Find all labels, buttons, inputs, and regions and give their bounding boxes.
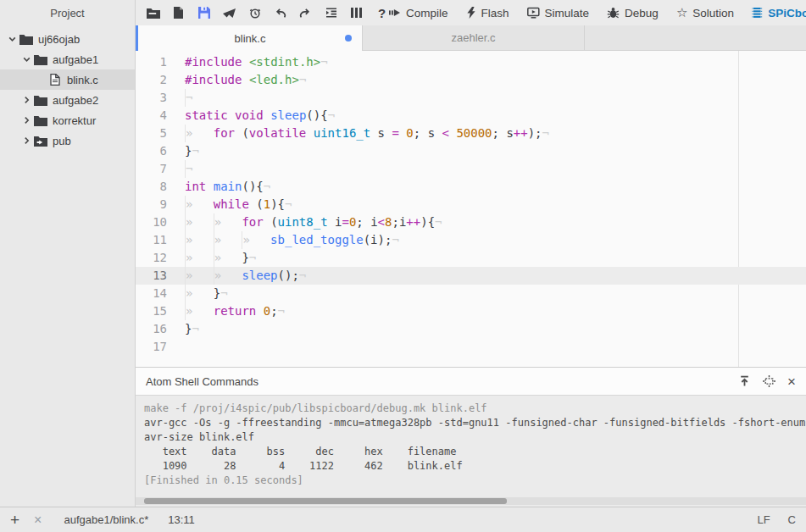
solution-icon: ☆ (676, 6, 687, 19)
tab-zaehler-c[interactable]: zaehler.c (363, 25, 585, 50)
tree-item-korrektur[interactable]: korrektur (0, 110, 135, 130)
undo-icon[interactable] (273, 7, 287, 19)
spicboard-button[interactable]: SPiCboard (752, 7, 806, 19)
line-ending-indicator[interactable]: LF (757, 513, 770, 526)
compile-button[interactable]: Compile (389, 7, 448, 19)
console-line: avr-gcc -Os -g -ffreestanding -mmcu=atme… (144, 416, 806, 430)
code-line[interactable]: 2#include <led.h>¬ (136, 71, 806, 89)
line-number: 8 (136, 178, 178, 196)
tab-blink-c[interactable]: blink.c (136, 25, 363, 51)
float-panel-icon[interactable] (763, 375, 775, 387)
code-line[interactable]: 17 (136, 338, 806, 356)
auto-format-icon[interactable] (324, 7, 338, 19)
code-text: ¬ (178, 89, 192, 107)
line-number: 1 (136, 53, 178, 71)
code-line[interactable]: 11»»»sb_led_toggle(i);¬ (136, 231, 806, 249)
cursor-position[interactable]: 13:11 (168, 513, 195, 526)
code-line[interactable]: 8int main(){¬ (136, 178, 806, 196)
line-number: 4 (136, 107, 178, 125)
close-icon[interactable]: × (34, 513, 42, 527)
code-line[interactable]: 5»for (volatile uint16_t s = 0; s < 5000… (136, 125, 806, 142)
statusbar-right: LF C (757, 513, 796, 526)
tree-item-pub[interactable]: pub (0, 130, 135, 151)
save-icon[interactable] (197, 7, 211, 19)
code-text: ¬ (178, 160, 192, 178)
chevron-down-icon[interactable] (6, 35, 19, 43)
flash-icon (466, 7, 476, 19)
status-bar: + × aufgabe1/blink.c* 13:11 LF C (0, 507, 806, 532)
line-number: 6 (136, 142, 178, 160)
ide-window: Project ? CompileFlashSimulateDebug☆Solu… (0, 0, 806, 532)
tree-item-uj66ojab[interactable]: uj66ojab (0, 29, 135, 49)
code-line[interactable]: 7¬ (136, 160, 806, 178)
tree-item-aufgabe1[interactable]: aufgabe1 (0, 49, 135, 69)
code-line[interactable]: 13»»sleep();¬ (136, 267, 806, 285)
debug-button[interactable]: Debug (607, 7, 659, 19)
console-hscrollbar-thumb[interactable] (144, 498, 507, 504)
code-line[interactable]: 14»}¬ (136, 285, 806, 302)
tree-item-aufgabe2[interactable]: aufgabe2 (0, 90, 135, 110)
code-text: »»»sb_led_toggle(i);¬ (178, 231, 399, 249)
chevron-right-icon[interactable] (20, 116, 33, 125)
simulate-label: Simulate (545, 7, 590, 19)
folder-icon (19, 34, 33, 45)
chevron-right-icon[interactable] (20, 136, 33, 145)
folder-icon (33, 115, 47, 126)
debug-label: Debug (625, 7, 659, 19)
console-line: 1090 28 4 1122 462 blink.elf (144, 459, 806, 474)
code-line[interactable]: 9»while (1){¬ (136, 196, 806, 213)
console-line: make -f /proj/i4spic/pub/libspicboard/de… (144, 402, 806, 416)
grammar-indicator[interactable]: C (788, 513, 796, 526)
line-number: 14 (136, 285, 178, 302)
console-line: [Finished in 0.15 seconds] (144, 474, 806, 488)
code-line[interactable]: 3¬ (136, 89, 806, 107)
code-line[interactable]: 6}¬ (136, 142, 806, 160)
redo-icon[interactable] (298, 7, 313, 19)
line-number: 15 (136, 302, 178, 320)
help-icon[interactable]: ? (375, 7, 389, 19)
submit-icon[interactable] (222, 7, 236, 19)
simulate-button[interactable]: Simulate (527, 7, 590, 19)
deadline-icon[interactable] (247, 7, 262, 19)
project-panel-title: Project (50, 7, 84, 19)
code-text: »»sleep();¬ (178, 267, 306, 285)
split-columns-icon[interactable] (349, 7, 364, 19)
code-text: »}¬ (178, 285, 228, 302)
folder-icon (33, 54, 47, 65)
flash-button[interactable]: Flash (466, 7, 509, 19)
close-panel-icon[interactable]: × (787, 374, 796, 389)
add-icon[interactable]: + (10, 512, 19, 528)
code-line[interactable]: 10»»for (uint8_t i=0; i<8;i++){¬ (136, 213, 806, 231)
open-folder-icon[interactable] (146, 7, 160, 19)
line-number: 12 (136, 249, 178, 267)
new-file-icon[interactable] (171, 7, 186, 19)
code-line[interactable]: 12»»}¬ (136, 249, 806, 267)
compile-label: Compile (406, 7, 448, 19)
chevron-down-icon[interactable] (20, 55, 33, 64)
panel-title: Atom Shell Commands (146, 375, 258, 388)
line-number: 11 (136, 231, 178, 249)
line-number: 17 (136, 338, 178, 356)
project-tree: uj66ojabaufgabe1blink.caufgabe2korrektur… (0, 25, 136, 507)
chevron-right-icon[interactable] (20, 96, 33, 104)
code-editor[interactable]: 1#include <stdint.h>¬2#include <led.h>¬3… (136, 51, 806, 367)
code-text: »return 0;¬ (178, 302, 285, 320)
scroll-to-top-icon[interactable] (738, 375, 751, 387)
line-number: 10 (136, 213, 178, 231)
line-number: 2 (136, 71, 178, 89)
solution-label: Solution (692, 7, 734, 19)
file-icon (47, 74, 62, 86)
code-text: #include <led.h>¬ (178, 71, 306, 89)
code-line[interactable]: 15»return 0;¬ (136, 302, 806, 320)
code-line[interactable]: 16}¬ (136, 320, 806, 338)
toolbar: ? CompileFlashSimulateDebug☆SolutionSPiC… (136, 0, 806, 25)
code-line[interactable]: 4static void sleep(){¬ (136, 107, 806, 125)
solution-button[interactable]: ☆Solution (676, 6, 734, 19)
tab-label: zaehler.c (451, 31, 495, 44)
tree-item-blink-c[interactable]: blink.c (0, 69, 135, 90)
code-text: int main(){¬ (178, 178, 270, 196)
folder-link-icon (33, 136, 47, 147)
code-line[interactable]: 1#include <stdint.h>¬ (136, 53, 806, 71)
tree-item-label: aufgabe1 (53, 53, 98, 66)
panel-header: Atom Shell Commands × (136, 367, 806, 396)
